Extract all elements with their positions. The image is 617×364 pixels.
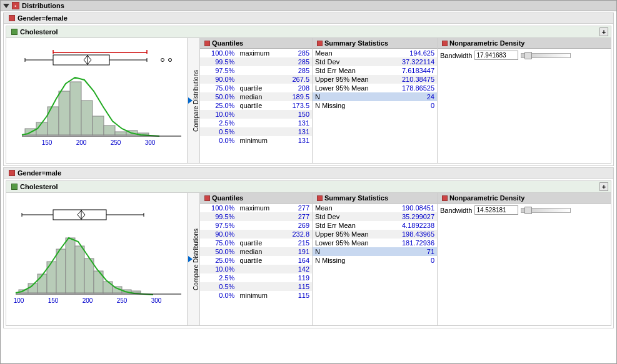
male-bandwidth-slider[interactable] (521, 208, 571, 213)
slabel: Upper 95% Mean (313, 230, 388, 239)
female-quantiles-table: Quantiles 100.0%maximum285 99.5%285 97.5… (200, 38, 313, 163)
pct: 0.5% (200, 282, 237, 291)
main-container: ▪ Distributions Gender=female Cholestero… (0, 0, 617, 364)
svg-text:200: 200 (76, 139, 87, 146)
qvalue: 164 (283, 256, 312, 265)
table-row: 97.5%285 (200, 66, 312, 75)
table-row: Std Dev37.322114 (313, 57, 437, 66)
cholesterol-female-section: Cholesterol + (6, 26, 611, 164)
cholesterol-male-header[interactable]: Cholesterol + (6, 181, 611, 193)
qvalue: 285 (283, 66, 312, 75)
qlabel (237, 212, 283, 221)
female-nonparam-header[interactable]: Nonparametric Density (438, 38, 611, 49)
female-quantiles-data: 100.0%maximum285 99.5%285 97.5%285 90.0%… (200, 49, 312, 145)
female-nonparam-title: Nonparametric Density (449, 39, 524, 47)
qlabel (237, 265, 283, 273)
male-bandwidth-input[interactable] (474, 205, 518, 215)
qvalue: 173.5 (283, 101, 312, 110)
cholesterol-female-header[interactable]: Cholesterol + (6, 26, 611, 38)
gender-male-header[interactable]: Gender=male (4, 168, 613, 179)
table-row: N24 (313, 92, 437, 101)
qlabel (237, 75, 283, 84)
gender-male-section: Gender=male Cholesterol + (3, 167, 614, 328)
cholesterol-male-section: Cholesterol + (6, 180, 611, 326)
table-row: 100.0%maximum285 (200, 49, 312, 57)
svalue: 24 (388, 92, 437, 101)
pct: 90.0% (200, 230, 237, 239)
qvalue: 269 (283, 221, 312, 230)
add-female-icon[interactable]: + (599, 27, 608, 36)
female-compare-triangle[interactable] (188, 97, 193, 104)
pct: 25.0% (200, 101, 237, 110)
qlabel: quartile (237, 101, 283, 110)
female-content-row: 150 200 250 300 Compare Distributions (6, 38, 611, 163)
qlabel: maximum (237, 49, 283, 57)
male-summary-header[interactable]: Summary Statistics (313, 193, 437, 204)
qvalue: 215 (283, 239, 312, 247)
distributions-header[interactable]: ▪ Distributions (1, 1, 616, 11)
pct: 2.5% (200, 273, 237, 282)
table-row: 97.5%269 (200, 221, 312, 230)
table-row: 100.0%maximum277 (200, 204, 312, 212)
male-nonparam-header[interactable]: Nonparametric Density (438, 193, 611, 204)
qlabel: quartile (237, 84, 283, 92)
svg-rect-42 (75, 246, 84, 293)
male-chart-svg: 100 150 200 250 300 (6, 193, 188, 324)
cholesterol-male-icon (11, 184, 18, 190)
table-row: Std Err Mean4.1892238 (313, 221, 437, 230)
qlabel (237, 119, 283, 127)
cholesterol-male-title: Cholesterol (20, 183, 58, 190)
qlabel (237, 66, 283, 75)
male-compare-triangle[interactable] (188, 256, 193, 262)
male-chart-area[interactable]: 100 150 200 250 300 (6, 193, 188, 325)
male-bandwidth-row: Bandwidth (438, 204, 611, 217)
qlabel: median (237, 92, 283, 101)
svg-rect-45 (103, 282, 113, 293)
qvalue: 115 (283, 282, 312, 291)
add-male-icon[interactable]: + (599, 182, 608, 191)
pct: 90.0% (200, 75, 237, 84)
table-row: 25.0%quartile173.5 (200, 101, 312, 110)
cholesterol-female-title: Cholesterol (20, 28, 58, 36)
male-nonparam-icon (442, 195, 448, 201)
table-row: Lower 95% Mean178.86525 (313, 84, 437, 92)
svg-rect-43 (84, 258, 94, 293)
table-row: 0.0%minimum115 (200, 291, 312, 300)
table-row: 2.5%119 (200, 273, 312, 282)
pct: 99.5% (200, 57, 237, 66)
qvalue: 115 (283, 291, 312, 300)
female-quantiles-header[interactable]: Quantiles (200, 38, 312, 49)
table-row: N71 (313, 247, 437, 256)
qvalue: 277 (283, 212, 312, 221)
female-chart-area[interactable]: 150 200 250 300 (6, 38, 188, 163)
male-quantiles-header[interactable]: Quantiles (200, 193, 312, 204)
svg-rect-3 (53, 55, 109, 65)
svalue: 0 (388, 101, 437, 110)
table-row: 75.0%quartile215 (200, 239, 312, 247)
distributions-collapse-icon[interactable] (3, 4, 9, 8)
female-bandwidth-input[interactable] (474, 51, 518, 60)
slabel: Lower 95% Mean (313, 84, 388, 92)
female-summary-header[interactable]: Summary Statistics (313, 38, 437, 49)
male-content-row: 100 150 200 250 300 Compare Distribution… (6, 193, 611, 325)
male-summary-title: Summary Statistics (324, 194, 388, 202)
qvalue: 267.5 (283, 75, 312, 84)
qlabel (237, 282, 283, 291)
qlabel (237, 57, 283, 66)
svalue: 210.38475 (388, 75, 437, 84)
gender-female-header[interactable]: Gender=female (4, 13, 613, 24)
svg-rect-18 (81, 101, 93, 135)
male-compare-text: Compare Distributions (193, 229, 199, 290)
qlabel (237, 221, 283, 230)
male-compare-col[interactable]: Compare Distributions (188, 193, 200, 325)
female-compare-col[interactable]: Compare Distributions (188, 38, 200, 163)
qvalue: 131 (283, 136, 312, 145)
svalue: 0 (388, 256, 437, 265)
pct: 97.5% (200, 66, 237, 75)
female-stats-area: Quantiles 100.0%maximum285 99.5%285 97.5… (200, 38, 611, 163)
qvalue: 142 (283, 265, 312, 273)
male-nonparam-table: Nonparametric Density Bandwidth (438, 193, 611, 325)
female-bandwidth-slider[interactable] (521, 53, 571, 58)
qvalue: 150 (283, 110, 312, 119)
svalue: 35.299027 (388, 212, 437, 221)
